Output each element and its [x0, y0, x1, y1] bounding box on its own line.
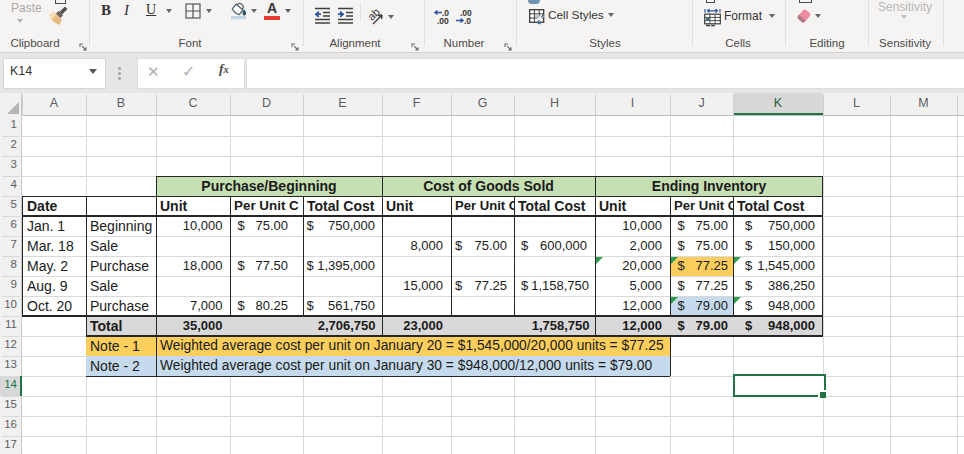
svg-text:.00: .00 [437, 16, 449, 25]
svg-text:.0: .0 [464, 16, 471, 25]
